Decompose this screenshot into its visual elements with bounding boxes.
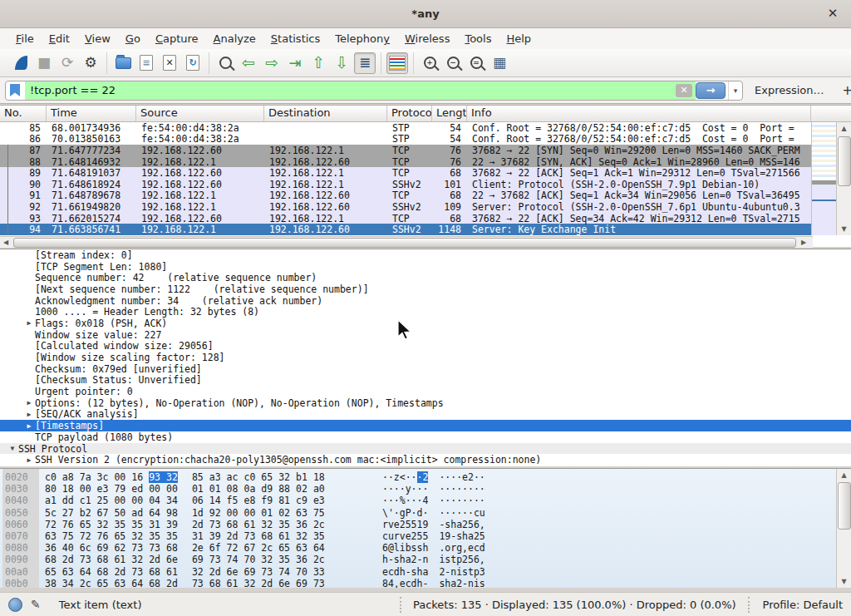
column-header-length[interactable]: Length — [432, 106, 467, 121]
menu-tools[interactable]: Tools — [457, 30, 499, 47]
packet-row-93[interactable]: 9371.662015274192.168.122.60192.168.122.… — [0, 213, 811, 224]
go-last-packet-icon[interactable]: ⇩ — [331, 52, 352, 74]
add-filter-button[interactable]: + — [843, 83, 851, 98]
detail-line[interactable]: Acknowledgment number: 34 (relative ack … — [0, 295, 851, 307]
titlebar: *any ✕ — [0, 0, 851, 28]
hex-row-0090[interactable]: 0090682d736861322d6e697374703235362ch-sh… — [0, 554, 851, 565]
zoom-in-icon[interactable]: + — [419, 52, 440, 74]
intelligent-scrollbar[interactable] — [811, 122, 836, 235]
find-packet-icon[interactable] — [214, 52, 236, 74]
menu-file[interactable]: File — [8, 30, 42, 47]
open-file-icon[interactable] — [112, 52, 134, 74]
menu-telephony[interactable]: Telephony — [327, 30, 397, 47]
column-header-time[interactable]: Time — [47, 106, 136, 121]
detail-line[interactable]: ▼SSH Protocol — [0, 443, 851, 455]
packet-row-88[interactable]: 8871.648146932192.168.122.1192.168.122.6… — [0, 156, 811, 168]
menu-capture[interactable]: Capture — [148, 30, 206, 47]
save-file-icon[interactable]: ≡ — [135, 52, 157, 74]
colorize-packets-icon[interactable] — [386, 52, 408, 74]
packet-list-hscrollbar[interactable]: ◀ ▶ — [0, 236, 813, 248]
expander-closed-icon[interactable]: ▶ — [23, 399, 35, 407]
packet-row-85[interactable]: 8568.001734936fe:54:00:d4:38:2aSTP54Conf… — [0, 122, 811, 134]
detail-line[interactable]: Urgent pointer: 0 — [0, 386, 851, 397]
display-filter-field[interactable]: !tcp.port == 22 ✕ → ▾ — [5, 81, 743, 101]
capture-options-icon[interactable]: ⚙ — [80, 52, 101, 74]
detail-line[interactable]: ▶[Timestamps] — [0, 420, 851, 431]
detail-line[interactable]: ▶Flags: 0x018 (PSH, ACK) — [0, 318, 851, 329]
menu-view[interactable]: View — [77, 30, 118, 47]
close-icon[interactable]: ✕ — [824, 5, 841, 22]
detail-line[interactable]: ▶Options: (12 bytes), No-Operation (NOP)… — [0, 397, 851, 409]
filter-bookmark-icon[interactable] — [10, 84, 20, 96]
expression-button[interactable]: Expression… — [755, 84, 824, 96]
hex-row-0070[interactable]: 0070637572766532353531392d7368613235curv… — [0, 530, 851, 542]
expander-closed-icon[interactable]: ▶ — [23, 422, 35, 430]
detail-line[interactable]: [Calculated window size: 29056] — [0, 341, 851, 352]
detail-line[interactable]: [Checksum Status: Unverified] — [0, 375, 851, 387]
filter-clear-icon[interactable]: ✕ — [676, 84, 692, 97]
packet-row-86[interactable]: 8670.013850163fe:54:00:d4:38:2aSTP54Conf… — [0, 134, 811, 145]
detail-line[interactable]: Sequence number: 42 (relative sequence n… — [0, 272, 851, 283]
detail-line[interactable]: ▶[SEQ/ACK analysis] — [0, 409, 851, 421]
filter-dropdown-icon[interactable]: ▾ — [728, 81, 742, 100]
packet-row-90[interactable]: 9071.648618924192.168.122.60192.168.122.… — [0, 179, 811, 190]
start-capture-icon[interactable] — [10, 52, 32, 74]
expander-closed-icon[interactable]: ▶ — [23, 319, 35, 327]
column-header-destination[interactable]: Destination — [264, 106, 387, 121]
auto-scroll-icon[interactable]: ≣ — [354, 52, 376, 74]
detail-line[interactable]: Window size value: 227 — [0, 329, 851, 341]
go-to-packet-icon[interactable]: ⇥ — [284, 52, 306, 74]
hex-row-00a0[interactable]: 00a0656364682d736861322d6e6973747033ecdh… — [0, 566, 851, 578]
hex-row-0040[interactable]: 0040a1ddc125000004340614f5e8f981c9e3···%… — [0, 495, 851, 506]
detail-line[interactable]: [Window size scaling factor: 128] — [0, 352, 851, 363]
stop-capture-icon[interactable]: ■ — [33, 52, 55, 74]
zoom-reset-icon[interactable]: = — [465, 52, 487, 74]
menu-analyze[interactable]: Analyze — [206, 30, 263, 47]
expander-closed-icon[interactable]: ▶ — [23, 411, 35, 418]
close-file-icon[interactable]: ✕ — [159, 52, 180, 74]
packet-bytes-vscrollbar[interactable]: ▲ ▼ — [836, 469, 851, 588]
hex-row-0080[interactable]: 008036406c69627373682e6f72672c6563646@li… — [0, 542, 851, 554]
packet-row-91[interactable]: 9171.648789678192.168.122.1192.168.122.6… — [0, 190, 811, 202]
detail-line[interactable]: ▶SSH Version 2 (encryption:chacha20-poly… — [0, 454, 851, 466]
expert-info-icon[interactable] — [8, 598, 22, 612]
detail-line[interactable]: [Next sequence number: 1122 (relative se… — [0, 283, 851, 295]
status-profile[interactable]: Profile: Default — [750, 599, 843, 611]
hex-row-00b0[interactable]: 00b038342c656364682d736861322d6e697384,e… — [0, 578, 851, 588]
hex-row-0050[interactable]: 00505c27b26750ad64981d92000001026375\'·g… — [0, 507, 851, 519]
packet-row-94[interactable]: 9471.663856741192.168.122.1192.168.122.6… — [0, 224, 811, 235]
resize-columns-icon[interactable]: ▦ — [489, 52, 510, 74]
column-header-no[interactable]: No. — [0, 106, 47, 121]
filter-apply-icon[interactable]: → — [696, 82, 726, 99]
menu-edit[interactable]: Edit — [42, 30, 77, 47]
packet-row-87[interactable]: 8771.647777234192.168.122.60192.168.122.… — [0, 145, 811, 156]
reload-file-icon[interactable]: ↻ — [182, 52, 204, 74]
detail-line[interactable]: TCP payload (1080 bytes) — [0, 431, 851, 443]
column-header-info[interactable]: Info — [467, 106, 811, 121]
packet-row-92[interactable]: 9271.661949820192.168.122.1192.168.122.6… — [0, 201, 811, 213]
detail-line[interactable]: [Stream index: 0] — [0, 249, 851, 261]
expander-open-icon[interactable]: ▼ — [7, 445, 18, 452]
filter-input[interactable]: !tcp.port == 22 ✕ — [25, 81, 696, 100]
menu-statistics[interactable]: Statistics — [263, 30, 327, 47]
go-forward-icon[interactable]: ⇨ — [261, 52, 283, 74]
hex-row-0060[interactable]: 006072766532353531392d7368613235362crve2… — [0, 519, 851, 530]
menu-wireless[interactable]: Wireless — [397, 30, 457, 47]
go-back-icon[interactable]: ⇦ — [238, 52, 259, 74]
capture-comment-icon[interactable]: ✎ — [31, 598, 41, 611]
expander-closed-icon[interactable]: ▶ — [23, 456, 35, 464]
zoom-out-icon[interactable]: − — [442, 52, 464, 74]
detail-line[interactable]: 1000 .... = Header Length: 32 bytes (8) — [0, 306, 851, 318]
packet-list-vscrollbar[interactable]: ▲ ▼ — [836, 122, 851, 235]
column-header-source[interactable]: Source — [136, 106, 264, 121]
detail-line[interactable]: Checksum: 0x79ed [unverified] — [0, 363, 851, 375]
packet-row-89[interactable]: 8971.648191037192.168.122.60192.168.122.… — [0, 167, 811, 179]
menu-go[interactable]: Go — [118, 30, 148, 47]
go-first-packet-icon[interactable]: ⇧ — [307, 52, 329, 74]
hex-row-0020[interactable]: 0020c0a87a3c0016933285a3acc06532b118··z<… — [0, 471, 851, 483]
detail-line[interactable]: [TCP Segment Len: 1080] — [0, 261, 851, 273]
menu-help[interactable]: Help — [499, 30, 539, 47]
hex-row-0030[interactable]: 0030801800e379ed00000101080ad98802a0····… — [0, 483, 851, 495]
restart-capture-icon[interactable]: ⟳ — [57, 52, 78, 74]
column-header-protocol[interactable]: Protocol — [387, 106, 432, 121]
